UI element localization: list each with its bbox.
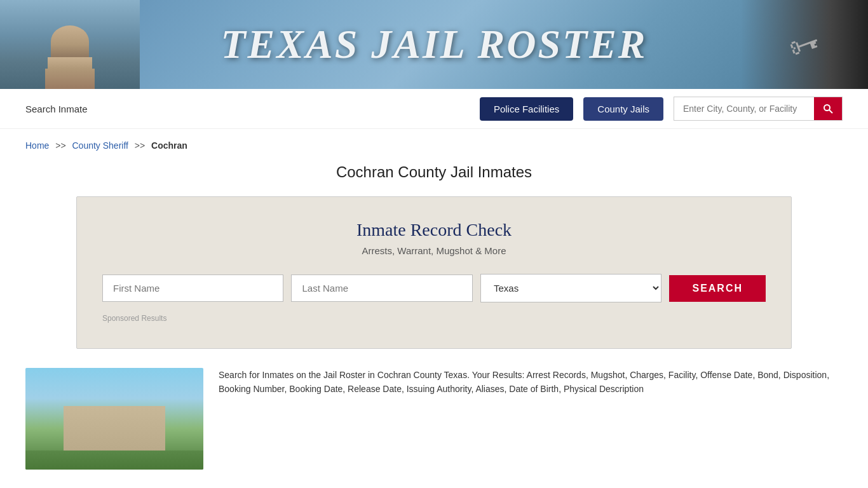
breadcrumb: Home >> County Sheriff >> Cochran xyxy=(0,129,868,157)
widget-fields: AlabamaAlaskaArizonaArkansasCaliforniaCo… xyxy=(102,274,766,302)
svg-point-0 xyxy=(824,105,830,111)
breadcrumb-sep1: >> xyxy=(55,140,65,151)
county-jails-btn[interactable]: County Jails xyxy=(583,97,663,121)
police-facilities-btn[interactable]: Police Facilities xyxy=(480,97,573,121)
site-title: Texas Jail Roster xyxy=(220,21,647,68)
breadcrumb-home[interactable]: Home xyxy=(25,140,49,151)
nav-search-btn[interactable] xyxy=(814,97,842,120)
first-name-input[interactable] xyxy=(102,274,283,302)
widget-title: Inmate Record Check xyxy=(102,220,766,240)
nav-search-wrap xyxy=(674,97,843,121)
breadcrumb-county-sheriff[interactable]: County Sheriff xyxy=(72,140,128,151)
building-shape xyxy=(64,406,165,457)
last-name-input[interactable] xyxy=(291,274,472,302)
keys-image: 🗝 xyxy=(741,0,868,89)
inmate-search-widget: Inmate Record Check Arrests, Warrant, Mu… xyxy=(76,196,792,349)
bottom-description: Search for Inmates on the Jail Roster in… xyxy=(219,368,843,470)
breadcrumb-current: Cochran xyxy=(151,140,187,151)
nav-search-input[interactable] xyxy=(674,97,814,120)
keys-icon: 🗝 xyxy=(784,23,825,66)
capitol-image xyxy=(0,0,140,89)
trees-shape xyxy=(25,451,203,470)
bottom-section: Search for Inmates on the Jail Roster in… xyxy=(0,368,868,470)
svg-line-1 xyxy=(829,110,832,113)
page-title: Cochran County Jail Inmates xyxy=(0,163,868,181)
breadcrumb-sep2: >> xyxy=(135,140,145,151)
widget-search-btn[interactable]: SEARCH xyxy=(669,275,766,302)
search-icon xyxy=(823,104,833,114)
sponsored-label: Sponsored Results xyxy=(102,314,766,323)
facility-image xyxy=(25,368,203,470)
nav-search-label: Search Inmate xyxy=(25,104,88,114)
capitol-dome xyxy=(44,25,95,89)
header-banner: Texas Jail Roster 🗝 xyxy=(0,0,868,89)
widget-subtitle: Arrests, Warrant, Mugshot & More xyxy=(102,245,766,256)
state-select[interactable]: AlabamaAlaskaArizonaArkansasCaliforniaCo… xyxy=(480,274,661,302)
nav-bar: Search Inmate Police Facilities County J… xyxy=(0,89,868,129)
